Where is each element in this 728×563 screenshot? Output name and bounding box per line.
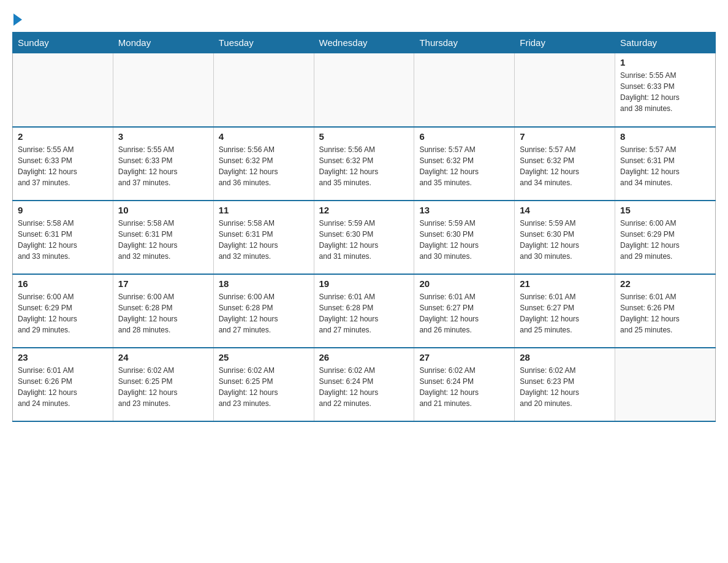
day-info: Sunrise: 6:02 AM Sunset: 6:24 PM Dayligh… xyxy=(419,365,509,409)
calendar-cell: 8Sunrise: 5:57 AM Sunset: 6:31 PM Daylig… xyxy=(615,127,716,201)
day-number: 2 xyxy=(18,131,108,142)
calendar-cell: 13Sunrise: 5:59 AM Sunset: 6:30 PM Dayli… xyxy=(414,201,515,274)
calendar-cell: 4Sunrise: 5:56 AM Sunset: 6:32 PM Daylig… xyxy=(213,127,314,201)
day-info: Sunrise: 6:01 AM Sunset: 6:27 PM Dayligh… xyxy=(520,291,610,335)
day-number: 13 xyxy=(419,205,509,215)
page-header xyxy=(12,12,716,26)
day-number: 18 xyxy=(219,278,309,289)
calendar-cell xyxy=(13,53,113,127)
day-info: Sunrise: 5:58 AM Sunset: 6:31 PM Dayligh… xyxy=(219,218,309,262)
day-info: Sunrise: 6:00 AM Sunset: 6:28 PM Dayligh… xyxy=(118,291,208,335)
calendar-cell: 2Sunrise: 5:55 AM Sunset: 6:33 PM Daylig… xyxy=(13,127,113,201)
calendar-cell: 10Sunrise: 5:58 AM Sunset: 6:31 PM Dayli… xyxy=(113,201,213,274)
day-info: Sunrise: 5:55 AM Sunset: 6:33 PM Dayligh… xyxy=(118,144,208,188)
calendar-cell xyxy=(213,53,314,127)
calendar-week-row: 1Sunrise: 5:55 AM Sunset: 6:33 PM Daylig… xyxy=(13,53,716,127)
day-number: 28 xyxy=(520,352,610,362)
calendar-cell xyxy=(314,53,414,127)
day-number: 12 xyxy=(319,205,409,215)
day-number: 1 xyxy=(620,57,710,67)
calendar-cell: 5Sunrise: 5:56 AM Sunset: 6:32 PM Daylig… xyxy=(314,127,414,201)
calendar-cell: 9Sunrise: 5:58 AM Sunset: 6:31 PM Daylig… xyxy=(13,201,113,274)
calendar-cell: 25Sunrise: 6:02 AM Sunset: 6:25 PM Dayli… xyxy=(213,348,314,421)
day-number: 15 xyxy=(620,205,710,215)
calendar-cell: 1Sunrise: 5:55 AM Sunset: 6:33 PM Daylig… xyxy=(615,53,716,127)
day-info: Sunrise: 6:00 AM Sunset: 6:29 PM Dayligh… xyxy=(18,291,108,335)
day-info: Sunrise: 6:02 AM Sunset: 6:23 PM Dayligh… xyxy=(520,365,610,409)
calendar-cell: 11Sunrise: 5:58 AM Sunset: 6:31 PM Dayli… xyxy=(213,201,314,274)
calendar-week-row: 23Sunrise: 6:01 AM Sunset: 6:26 PM Dayli… xyxy=(13,348,716,421)
day-info: Sunrise: 6:00 AM Sunset: 6:29 PM Dayligh… xyxy=(620,218,710,262)
calendar-cell: 26Sunrise: 6:02 AM Sunset: 6:24 PM Dayli… xyxy=(314,348,414,421)
day-number: 11 xyxy=(219,205,309,215)
calendar-cell: 14Sunrise: 5:59 AM Sunset: 6:30 PM Dayli… xyxy=(515,201,615,274)
weekday-header-wednesday: Wednesday xyxy=(314,33,414,53)
weekday-header-sunday: Sunday xyxy=(13,33,113,53)
day-number: 6 xyxy=(419,131,509,142)
calendar-cell xyxy=(414,53,515,127)
calendar-cell: 27Sunrise: 6:02 AM Sunset: 6:24 PM Dayli… xyxy=(414,348,515,421)
day-info: Sunrise: 5:57 AM Sunset: 6:32 PM Dayligh… xyxy=(520,144,610,188)
calendar-table: SundayMondayTuesdayWednesdayThursdayFrid… xyxy=(12,32,716,422)
day-info: Sunrise: 5:57 AM Sunset: 6:32 PM Dayligh… xyxy=(419,144,509,188)
day-number: 3 xyxy=(118,131,208,142)
day-info: Sunrise: 5:58 AM Sunset: 6:31 PM Dayligh… xyxy=(18,218,108,262)
day-number: 14 xyxy=(520,205,610,215)
day-number: 16 xyxy=(18,278,108,289)
day-info: Sunrise: 6:02 AM Sunset: 6:24 PM Dayligh… xyxy=(319,365,409,409)
weekday-header-tuesday: Tuesday xyxy=(213,33,314,53)
day-info: Sunrise: 5:59 AM Sunset: 6:30 PM Dayligh… xyxy=(319,218,409,262)
day-info: Sunrise: 6:01 AM Sunset: 6:27 PM Dayligh… xyxy=(419,291,509,335)
calendar-cell xyxy=(113,53,213,127)
day-number: 10 xyxy=(118,205,208,215)
logo-arrow-icon xyxy=(13,13,22,26)
weekday-header-saturday: Saturday xyxy=(615,33,716,53)
calendar-cell: 15Sunrise: 6:00 AM Sunset: 6:29 PM Dayli… xyxy=(615,201,716,274)
calendar-cell: 23Sunrise: 6:01 AM Sunset: 6:26 PM Dayli… xyxy=(13,348,113,421)
day-info: Sunrise: 5:59 AM Sunset: 6:30 PM Dayligh… xyxy=(520,218,610,262)
calendar-cell: 7Sunrise: 5:57 AM Sunset: 6:32 PM Daylig… xyxy=(515,127,615,201)
day-number: 17 xyxy=(118,278,208,289)
calendar-cell: 17Sunrise: 6:00 AM Sunset: 6:28 PM Dayli… xyxy=(113,274,213,348)
calendar-cell: 20Sunrise: 6:01 AM Sunset: 6:27 PM Dayli… xyxy=(414,274,515,348)
weekday-header-monday: Monday xyxy=(113,33,213,53)
calendar-week-row: 9Sunrise: 5:58 AM Sunset: 6:31 PM Daylig… xyxy=(13,201,716,274)
day-info: Sunrise: 6:02 AM Sunset: 6:25 PM Dayligh… xyxy=(118,365,208,409)
calendar-cell: 22Sunrise: 6:01 AM Sunset: 6:26 PM Dayli… xyxy=(615,274,716,348)
calendar-cell xyxy=(515,53,615,127)
weekday-header-friday: Friday xyxy=(515,33,615,53)
day-number: 21 xyxy=(520,278,610,289)
day-info: Sunrise: 6:00 AM Sunset: 6:28 PM Dayligh… xyxy=(219,291,309,335)
day-info: Sunrise: 6:02 AM Sunset: 6:25 PM Dayligh… xyxy=(219,365,309,409)
calendar-cell: 3Sunrise: 5:55 AM Sunset: 6:33 PM Daylig… xyxy=(113,127,213,201)
day-info: Sunrise: 6:01 AM Sunset: 6:26 PM Dayligh… xyxy=(18,365,108,409)
day-info: Sunrise: 5:57 AM Sunset: 6:31 PM Dayligh… xyxy=(620,144,710,188)
calendar-header-row: SundayMondayTuesdayWednesdayThursdayFrid… xyxy=(13,33,716,53)
calendar-cell xyxy=(615,348,716,421)
day-number: 20 xyxy=(419,278,509,289)
calendar-cell: 18Sunrise: 6:00 AM Sunset: 6:28 PM Dayli… xyxy=(213,274,314,348)
logo xyxy=(12,12,22,26)
day-info: Sunrise: 6:01 AM Sunset: 6:26 PM Dayligh… xyxy=(620,291,710,335)
day-number: 24 xyxy=(118,352,208,362)
day-number: 8 xyxy=(620,131,710,142)
day-info: Sunrise: 5:56 AM Sunset: 6:32 PM Dayligh… xyxy=(319,144,409,188)
weekday-header-thursday: Thursday xyxy=(414,33,515,53)
day-number: 27 xyxy=(419,352,509,362)
calendar-cell: 24Sunrise: 6:02 AM Sunset: 6:25 PM Dayli… xyxy=(113,348,213,421)
day-info: Sunrise: 5:55 AM Sunset: 6:33 PM Dayligh… xyxy=(18,144,108,188)
day-number: 7 xyxy=(520,131,610,142)
day-number: 9 xyxy=(18,205,108,215)
calendar-cell: 6Sunrise: 5:57 AM Sunset: 6:32 PM Daylig… xyxy=(414,127,515,201)
day-info: Sunrise: 6:01 AM Sunset: 6:28 PM Dayligh… xyxy=(319,291,409,335)
day-info: Sunrise: 5:59 AM Sunset: 6:30 PM Dayligh… xyxy=(419,218,509,262)
calendar-cell: 19Sunrise: 6:01 AM Sunset: 6:28 PM Dayli… xyxy=(314,274,414,348)
calendar-week-row: 16Sunrise: 6:00 AM Sunset: 6:29 PM Dayli… xyxy=(13,274,716,348)
calendar-cell: 16Sunrise: 6:00 AM Sunset: 6:29 PM Dayli… xyxy=(13,274,113,348)
day-number: 5 xyxy=(319,131,409,142)
day-number: 26 xyxy=(319,352,409,362)
day-number: 23 xyxy=(18,352,108,362)
calendar-week-row: 2Sunrise: 5:55 AM Sunset: 6:33 PM Daylig… xyxy=(13,127,716,201)
day-info: Sunrise: 5:55 AM Sunset: 6:33 PM Dayligh… xyxy=(620,70,710,114)
calendar-cell: 12Sunrise: 5:59 AM Sunset: 6:30 PM Dayli… xyxy=(314,201,414,274)
